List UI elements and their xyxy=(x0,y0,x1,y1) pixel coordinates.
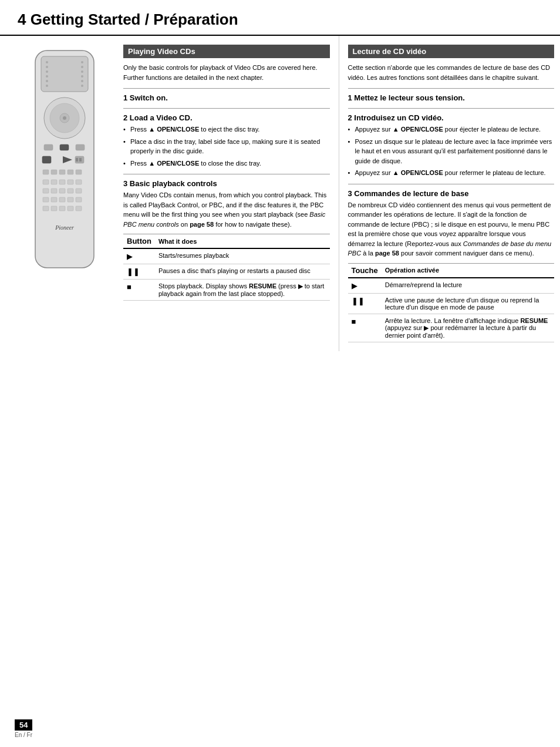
remote-column: Pioneer xyxy=(0,36,117,351)
table-row-button: ▶ xyxy=(348,278,382,294)
svg-rect-19 xyxy=(60,144,69,150)
svg-rect-26 xyxy=(43,170,49,174)
svg-point-9 xyxy=(81,66,83,68)
svg-rect-24 xyxy=(76,158,78,161)
col-touche: Touche xyxy=(348,263,382,278)
table-row-button: ❚❚ xyxy=(348,293,382,314)
english-step1-heading: 1 Switch on. xyxy=(123,88,330,102)
svg-rect-44 xyxy=(68,197,73,202)
english-section-title: Playing Video CDs xyxy=(123,45,330,58)
svg-rect-47 xyxy=(51,206,57,211)
list-item: Place a disc in the tray, label side fac… xyxy=(123,137,330,156)
svg-rect-31 xyxy=(43,180,49,184)
table-row-desc: Stops playback. Display shows RESUME (pr… xyxy=(155,280,330,301)
french-step3-content: De nombreux CD vidéo contiennent des men… xyxy=(348,200,555,258)
svg-rect-45 xyxy=(76,197,82,202)
table-row-desc: Starts/resumes playback xyxy=(155,248,330,264)
svg-rect-48 xyxy=(59,206,65,211)
svg-rect-37 xyxy=(51,189,57,193)
french-column: Lecture de CD vidéo Cette section n'abor… xyxy=(339,36,561,351)
svg-rect-43 xyxy=(59,197,65,202)
svg-rect-30 xyxy=(76,170,82,174)
english-column: Playing Video CDs Only the basic control… xyxy=(117,36,339,351)
page-language: En / Fr xyxy=(15,732,32,738)
french-step2-content: Appuyez sur ▲ OPEN/CLOSE pour éjecter le… xyxy=(348,124,555,178)
page-footer: 54 En / Fr xyxy=(15,719,32,738)
svg-rect-33 xyxy=(59,180,65,184)
french-step3-heading: 3 Commandes de lecture de base xyxy=(348,184,555,198)
svg-rect-35 xyxy=(76,180,82,184)
svg-point-17 xyxy=(63,116,66,120)
svg-rect-25 xyxy=(79,158,82,161)
svg-point-12 xyxy=(81,80,83,82)
table-row: ▶ Démarre/reprend la lecture xyxy=(348,278,555,294)
svg-rect-20 xyxy=(76,144,85,150)
svg-rect-42 xyxy=(51,197,57,202)
svg-rect-28 xyxy=(59,170,65,174)
svg-rect-32 xyxy=(51,180,57,184)
table-row-desc: Active une pause de lecture d'un disque … xyxy=(382,293,554,314)
svg-rect-50 xyxy=(76,206,82,211)
table-row-desc: Pauses a disc that's playing or restarts… xyxy=(155,264,330,280)
svg-point-8 xyxy=(81,61,83,63)
svg-rect-21 xyxy=(42,156,51,163)
svg-rect-49 xyxy=(68,206,73,211)
svg-point-7 xyxy=(46,85,48,87)
svg-point-2 xyxy=(46,61,48,63)
page-header: 4 Getting Started / Préparation xyxy=(0,0,560,36)
svg-rect-40 xyxy=(76,189,82,193)
table-row: ❚❚ Pauses a disc that's playing or resta… xyxy=(123,264,330,280)
svg-rect-38 xyxy=(59,189,65,193)
english-step3-content: Many Video CDs contain menus, from which… xyxy=(123,190,330,229)
list-item: Press ▲ OPEN/CLOSE to close the disc tra… xyxy=(123,159,330,169)
svg-rect-46 xyxy=(43,206,49,211)
french-section-title: Lecture de CD vidéo xyxy=(348,45,555,58)
english-step2-heading: 2 Load a Video CD. xyxy=(123,108,330,122)
svg-point-6 xyxy=(46,80,48,82)
col-button: Button xyxy=(123,234,155,249)
svg-rect-34 xyxy=(68,180,73,184)
svg-rect-41 xyxy=(43,197,49,202)
svg-point-13 xyxy=(81,85,83,87)
main-layout: Pioneer Playing Video CDs Only the basic… xyxy=(0,36,560,351)
svg-point-11 xyxy=(81,75,83,78)
table-row-button: ❚❚ xyxy=(123,264,155,280)
svg-rect-39 xyxy=(68,189,73,193)
svg-rect-1 xyxy=(41,56,88,92)
table-row: ■ Stops playback. Display shows RESUME (… xyxy=(123,280,330,301)
table-row: ▶ Starts/resumes playback xyxy=(123,248,330,264)
table-row: ■ Arrête la lecture. La fenêtre d'affich… xyxy=(348,314,555,342)
table-row-desc: Démarre/reprend la lecture xyxy=(382,278,554,294)
controls-table-french: Touche Opération activée ▶ Démarre/repre… xyxy=(348,263,555,342)
table-row: ❚❚ Active une pause de lecture d'un disq… xyxy=(348,293,555,314)
svg-rect-18 xyxy=(44,144,53,150)
svg-text:Pioneer: Pioneer xyxy=(55,224,74,231)
svg-point-5 xyxy=(46,75,48,78)
svg-point-3 xyxy=(46,66,48,68)
remote-control-image: Pioneer xyxy=(26,48,103,282)
controls-table-english: Button What it does ▶ Starts/resumes pla… xyxy=(123,234,330,301)
french-step2-heading: 2 Introduisez un CD vidéo. xyxy=(348,108,555,122)
svg-rect-27 xyxy=(51,170,57,174)
table-row-desc: Arrête la lecture. La fenêtre d'affichag… xyxy=(382,314,554,342)
page: 4 Getting Started / Préparation xyxy=(0,0,560,747)
svg-point-10 xyxy=(81,70,83,73)
table-row-button: ■ xyxy=(348,314,382,342)
french-step1-heading: 1 Mettez le lecteur sous tension. xyxy=(348,88,555,102)
english-step3-heading: 3 Basic playback controls xyxy=(123,174,330,188)
english-intro: Only the basic controls for playback of … xyxy=(123,63,330,82)
list-item: Appuyez sur ▲ OPEN/CLOSE pour refermer l… xyxy=(348,168,555,178)
svg-rect-36 xyxy=(43,189,49,193)
svg-rect-29 xyxy=(68,170,73,174)
list-item: Appuyez sur ▲ OPEN/CLOSE pour éjecter le… xyxy=(348,124,555,134)
col-desc: What it does xyxy=(155,234,330,249)
col-operation: Opération activée xyxy=(382,263,554,278)
page-number: 54 xyxy=(15,719,32,731)
page-title: 4 Getting Started / Préparation xyxy=(18,11,542,29)
english-step2-content: Press ▲ OPEN/CLOSE to eject the disc tra… xyxy=(123,124,330,168)
list-item: Press ▲ OPEN/CLOSE to eject the disc tra… xyxy=(123,124,330,134)
french-intro: Cette section n'aborde que les commandes… xyxy=(348,63,555,82)
table-row-button: ■ xyxy=(123,280,155,301)
list-item: Posez un disque sur le plateau de lectur… xyxy=(348,137,555,166)
table-row-button: ▶ xyxy=(123,248,155,264)
